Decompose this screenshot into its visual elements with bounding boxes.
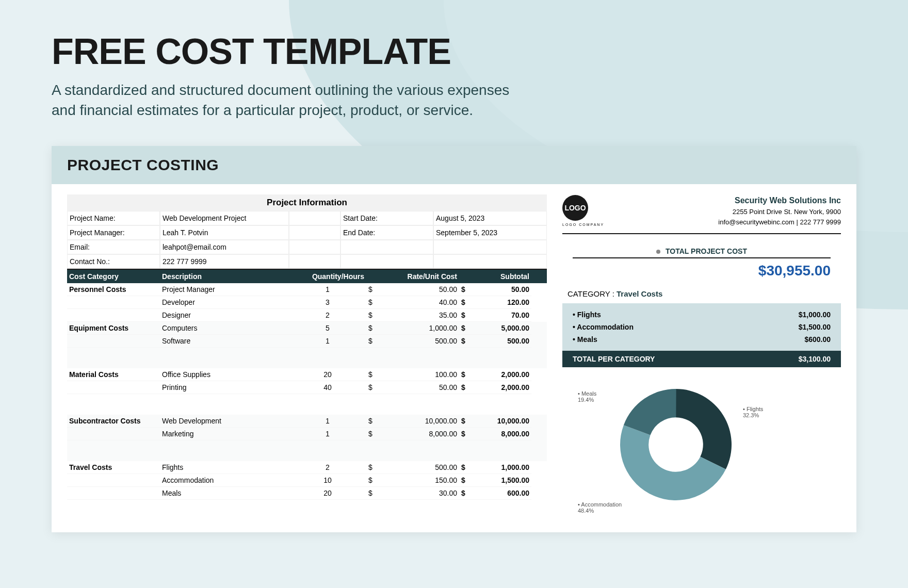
info-value (433, 254, 547, 269)
chart-slice-label: • Flights32.3% (743, 406, 763, 418)
doc-title-bar: PROJECT COSTING (52, 146, 856, 184)
col-description: Description (160, 270, 289, 283)
table-row: Personnel CostsProject Manager1$50.00$50… (67, 283, 547, 296)
table-row: Software1$500.00$500.00 (67, 335, 547, 348)
table-row: Travel CostsFlights2$500.00$1,000.00 (67, 461, 547, 474)
category-item: • Flights$1,000.00 (573, 308, 831, 321)
col-category: Cost Category (67, 270, 160, 283)
page-title: FREE COST TEMPLATE (52, 31, 856, 72)
category-items: • Flights$1,000.00• Accommodation$1,500.… (562, 303, 841, 351)
info-value: September 5, 2023 (433, 225, 547, 240)
logo-icon: LOGO (562, 195, 588, 221)
category-total-label: TOTAL PER CATEGORY (573, 355, 655, 363)
info-label: Start Date: (340, 211, 433, 225)
costing-table-panel: Project Information Project Name:Web Dev… (67, 194, 547, 522)
total-project-cost-value: $30,955.00 (562, 263, 841, 279)
summary-panel: LOGO LOGO COMPANY Security Web Solutions… (562, 194, 841, 522)
table-row: Subcontractor CostsWeb Development1$10,0… (67, 415, 547, 428)
table-row: Printing40$50.00$2,000.00 (67, 381, 547, 394)
info-value: leahpot@email.com (160, 240, 289, 254)
total-project-cost-label: TOTAL PROJECT COST (562, 247, 841, 255)
category-total-value: $3,100.00 (799, 355, 831, 363)
doc-title: PROJECT COSTING (67, 156, 841, 174)
info-value (289, 254, 340, 269)
chart-slice-label: • Accommodation48.4% (578, 501, 622, 514)
col-subtotal: Subtotal (475, 270, 531, 283)
table-row: Marketing1$8,000.00$8,000.00 (67, 428, 547, 440)
donut-chart: • Flights32.3%• Accommodation48.4%• Meal… (562, 378, 841, 522)
table-row: Accommodation10$150.00$1,500.00 (67, 474, 547, 487)
table-row: Meals20$30.00$600.00 (67, 487, 547, 500)
info-label (340, 240, 433, 254)
category-total-row: TOTAL PER CATEGORY $3,100.00 (562, 351, 841, 367)
logo-block: LOGO LOGO COMPANY (562, 195, 604, 226)
info-label: Contact No.: (67, 254, 160, 269)
cost-table-body: Personnel CostsProject Manager1$50.00$50… (67, 283, 547, 500)
info-label: End Date: (340, 225, 433, 240)
table-row: Equipment CostsComputers5$1,000.00$5,000… (67, 322, 547, 335)
company-name: Security Web Solutions Inc (718, 194, 841, 207)
company-contact: info@securitywebinc.com | 222 777 9999 (718, 217, 841, 227)
col-rate: Rate/Unit Cost (382, 270, 459, 283)
cost-table-header: Cost Category Description Quantity/Hours… (67, 270, 547, 283)
company-address: 2255 Point Drive St. New York, 9900 (718, 207, 841, 217)
info-value (289, 225, 340, 240)
info-label: Project Manager: (67, 225, 160, 240)
category-item: • Accommodation$1,500.00 (573, 321, 831, 333)
table-row: Developer3$40.00$120.00 (67, 296, 547, 309)
table-row: Designer2$35.00$70.00 (67, 309, 547, 322)
info-label: Email: (67, 240, 160, 254)
col-qty: Quantity/Hours (289, 270, 366, 283)
company-header: LOGO LOGO COMPANY Security Web Solutions… (562, 194, 841, 234)
donut-slice (676, 389, 732, 469)
project-info-header: Project Information (67, 194, 547, 211)
page-subtitle: A standardized and structured document o… (52, 80, 516, 120)
info-value: Web Development Project (160, 211, 289, 225)
info-label (340, 254, 433, 269)
info-value: Leah T. Potvin (160, 225, 289, 240)
page-header: FREE COST TEMPLATE A standardized and st… (0, 0, 908, 141)
document-preview: PROJECT COSTING Project Information Proj… (52, 146, 856, 532)
logo-subtext: LOGO COMPANY (562, 223, 604, 226)
info-value (289, 240, 340, 254)
category-heading: CATEGORY : Travel Costs (562, 289, 841, 298)
info-label: Project Name: (67, 211, 160, 225)
info-value (433, 240, 547, 254)
donut-svg (614, 383, 738, 507)
category-item: • Meals$600.00 (573, 333, 831, 346)
info-value (289, 211, 340, 225)
info-value: 222 777 9999 (160, 254, 289, 269)
info-value: August 5, 2023 (433, 211, 547, 225)
chart-slice-label: • Meals19.4% (578, 390, 596, 403)
project-info-grid: Project Name:Web Development ProjectStar… (67, 211, 547, 270)
company-info: Security Web Solutions Inc 2255 Point Dr… (718, 194, 841, 227)
table-row: Material CostsOffice Supplies20$100.00$2… (67, 368, 547, 381)
